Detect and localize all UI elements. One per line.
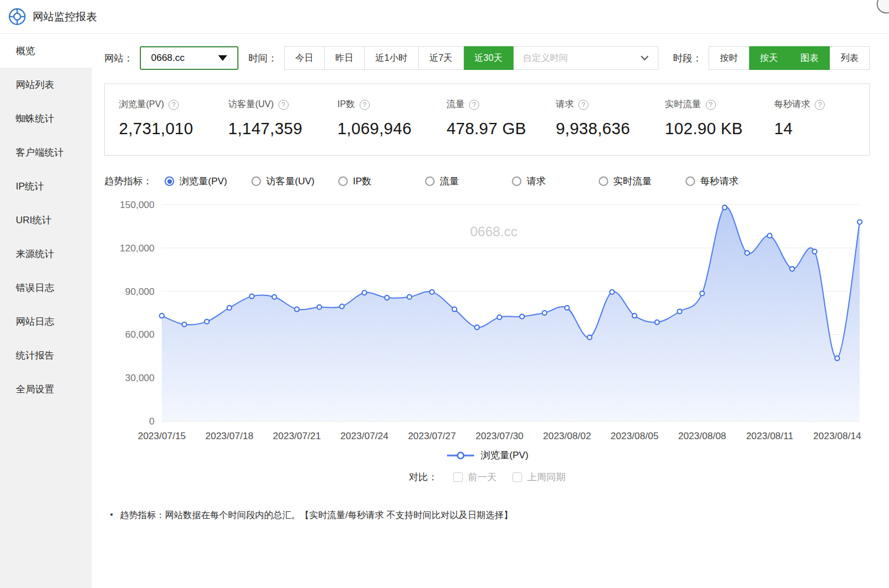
time-button-近7天[interactable]: 近7天: [419, 46, 464, 70]
radio-icon: [338, 176, 348, 186]
checkbox-icon: [512, 472, 522, 482]
data-point[interactable]: [182, 322, 187, 327]
data-point[interactable]: [384, 295, 389, 300]
period-button-按天[interactable]: 按天: [749, 46, 789, 70]
data-point[interactable]: [340, 304, 344, 309]
data-point[interactable]: [812, 249, 817, 254]
help-icon[interactable]: ?: [169, 100, 179, 110]
sidebar-item-网站列表[interactable]: 网站列表: [0, 68, 92, 101]
app-title: 网站监控报表: [33, 10, 97, 24]
y-axis-label: 0: [149, 416, 154, 427]
data-point[interactable]: [205, 319, 209, 324]
data-point[interactable]: [272, 295, 277, 299]
stat-label-row: 流量?: [446, 99, 542, 110]
data-point[interactable]: [497, 315, 502, 320]
sidebar-item-概览[interactable]: 概览: [0, 34, 92, 68]
data-point[interactable]: [722, 205, 727, 210]
data-point[interactable]: [835, 356, 839, 361]
corner-badge[interactable]: [877, 0, 889, 14]
trend-option-IP数[interactable]: IP数: [338, 175, 425, 188]
data-point[interactable]: [745, 251, 749, 255]
compare-option-前一天[interactable]: 前一天: [453, 471, 497, 484]
trend-option-流量[interactable]: 流量: [425, 175, 512, 188]
sidebar-item-蜘蛛统计[interactable]: 蜘蛛统计: [0, 101, 92, 135]
sidebar-item-来源统计[interactable]: 来源统计: [0, 237, 92, 271]
data-point[interactable]: [407, 295, 412, 299]
view-button-图表[interactable]: 图表: [789, 46, 830, 70]
data-point[interactable]: [790, 267, 794, 271]
sidebar-item-网站日志[interactable]: 网站日志: [0, 304, 92, 338]
y-axis-label: 60,000: [125, 329, 154, 340]
radio-label: 请求: [527, 175, 546, 188]
time-label: 时间：: [249, 52, 277, 65]
site-select[interactable]: 0668.cc: [140, 46, 238, 70]
data-point[interactable]: [430, 290, 434, 294]
data-point[interactable]: [452, 307, 457, 312]
help-icon[interactable]: ?: [815, 100, 825, 110]
x-axis-label: 2023/07/24: [340, 431, 388, 441]
trend-option-每秒请求[interactable]: 每秒请求: [685, 175, 738, 188]
sidebar-item-错误日志[interactable]: 错误日志: [0, 271, 92, 304]
data-point[interactable]: [767, 233, 772, 238]
radio-icon: [512, 176, 521, 186]
sidebar-item-客户端统计[interactable]: 客户端统计: [0, 135, 92, 169]
data-point[interactable]: [160, 313, 164, 318]
check-label: 前一天: [468, 471, 497, 484]
trend-option-请求[interactable]: 请求: [512, 175, 599, 188]
data-point[interactable]: [520, 314, 524, 319]
time-button-今日[interactable]: 今日: [284, 46, 325, 70]
time-button-近30天[interactable]: 近30天: [464, 46, 514, 70]
controls-row: 网站： 0668.cc 时间： 今日昨日近1小时近7天近30天 时段： 按时按天…: [104, 46, 870, 70]
data-point[interactable]: [633, 313, 637, 318]
legend-label: 浏览量(PV): [481, 449, 529, 462]
stat-每秒请求: 每秒请求?14: [760, 99, 869, 138]
help-icon[interactable]: ?: [706, 100, 716, 110]
x-axis-label: 2023/08/11: [746, 431, 793, 441]
data-point[interactable]: [317, 305, 322, 310]
time-button-近1小时[interactable]: 近1小时: [365, 46, 419, 70]
view-button-列表[interactable]: 列表: [830, 46, 870, 70]
data-point[interactable]: [610, 290, 614, 294]
chart-legend[interactable]: 浏览量(PV): [104, 449, 870, 462]
stat-label-text: 访客量(UV): [228, 99, 274, 110]
trend-metric-row: 趋势指标： 浏览量(PV)访客量(UV)IP数流量请求实时流量每秒请求: [104, 175, 870, 188]
help-icon[interactable]: ?: [469, 100, 479, 110]
sidebar-item-IP统计[interactable]: IP统计: [0, 169, 92, 203]
data-point[interactable]: [678, 309, 682, 313]
data-point[interactable]: [565, 306, 569, 310]
footnote-text: 趋势指标：网站数据在每个时间段内的总汇。【实时流量/每秒请求 不支持时间比对以及…: [120, 510, 513, 521]
data-point[interactable]: [587, 335, 592, 340]
data-point[interactable]: [475, 325, 479, 330]
stat-value: 102.90 KB: [665, 120, 760, 138]
help-icon[interactable]: ?: [578, 100, 589, 110]
x-axis-label: 2023/07/15: [138, 431, 185, 441]
stat-label-text: IP数: [337, 99, 355, 110]
trend-option-浏览量(PV)[interactable]: 浏览量(PV): [165, 175, 251, 188]
data-point[interactable]: [542, 311, 547, 315]
y-axis-label: 30,000: [125, 373, 154, 383]
period-button-按时[interactable]: 按时: [709, 46, 749, 70]
data-point[interactable]: [857, 220, 862, 224]
sidebar-item-URI统计[interactable]: URI统计: [0, 203, 92, 237]
trend-label: 趋势指标：: [104, 175, 152, 188]
trend-option-访客量(UV)[interactable]: 访客量(UV): [251, 175, 338, 188]
data-point[interactable]: [250, 294, 254, 299]
time-button-昨日[interactable]: 昨日: [325, 46, 365, 70]
custom-time-input[interactable]: [523, 53, 640, 63]
data-point[interactable]: [655, 320, 660, 325]
footnote: • 趋势指标：网站数据在每个时间段内的总汇。【实时流量/每秒请求 不支持时间比对…: [104, 510, 870, 521]
data-point[interactable]: [362, 290, 366, 295]
data-point[interactable]: [700, 291, 705, 295]
sidebar-item-全局设置[interactable]: 全局设置: [0, 372, 92, 406]
help-icon[interactable]: ?: [360, 100, 370, 110]
stat-value: 9,938,636: [556, 120, 651, 138]
main-content: 网站： 0668.cc 时间： 今日昨日近1小时近7天近30天 时段： 按时按天…: [92, 34, 889, 588]
help-icon[interactable]: ?: [278, 100, 289, 110]
trend-option-实时流量[interactable]: 实时流量: [599, 175, 685, 188]
data-point[interactable]: [227, 306, 232, 310]
sidebar-item-统计报告[interactable]: 统计报告: [0, 338, 92, 372]
compare-option-上周同期[interactable]: 上周同期: [512, 471, 565, 484]
data-point[interactable]: [295, 307, 299, 312]
custom-time-picker[interactable]: [514, 46, 658, 70]
chevron-down-icon: [640, 55, 649, 61]
